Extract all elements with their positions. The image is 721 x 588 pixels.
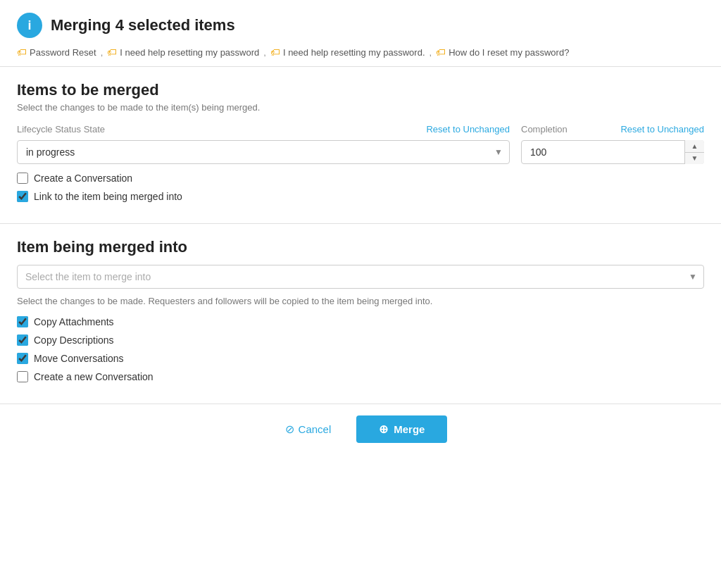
create-conversation-label[interactable]: Create a Conversation	[34, 173, 132, 184]
completion-input-wrapper: ▲ ▼	[521, 140, 704, 164]
copy-descriptions-label[interactable]: Copy Descriptions	[34, 334, 114, 346]
items-to-be-merged-section: Items to be merged Select the changes to…	[0, 67, 721, 224]
merged-into-help-text: Select the changes to be made. Requester…	[17, 296, 704, 306]
items-section-subtitle: Select the changes to be made to the ite…	[17, 102, 704, 113]
cancel-label: Cancel	[299, 423, 332, 435]
merge-icon: ⊕	[379, 423, 388, 436]
lifecycle-status-select[interactable]: in progress open closed resolved	[17, 140, 510, 164]
tag-item-1: 🏷 Password Reset	[17, 46, 96, 58]
tag-icon-3: 🏷	[270, 46, 280, 58]
footer-bar: ⊘ Cancel ⊕ Merge	[0, 404, 721, 454]
completion-spinner: ▲ ▼	[684, 140, 704, 164]
tag-icon-4: 🏷	[436, 46, 446, 58]
merged-into-section-title: Item being merged into	[17, 238, 704, 256]
create-new-conversation-row: Create a new Conversation	[17, 371, 704, 382]
merge-into-select-wrapper-outer: ▼ Select the item to merge into	[17, 265, 704, 289]
move-conversations-row: Move Conversations	[17, 353, 704, 364]
completion-input[interactable]	[521, 140, 704, 164]
tag-separator-3: ,	[430, 47, 432, 58]
page-container: i Merging 4 selected items 🏷 Password Re…	[0, 0, 721, 588]
completion-increment-button[interactable]: ▲	[685, 140, 704, 153]
merge-into-select-wrapper: ▼ Select the item to merge into	[17, 265, 704, 289]
copy-attachments-checkbox[interactable]	[17, 316, 28, 327]
create-new-conversation-checkbox[interactable]	[17, 371, 28, 382]
tag-separator-2: ,	[263, 47, 266, 58]
completion-label-row: Completion Reset to Unchanged	[521, 124, 704, 135]
tag-label-2: I need help resetting my password	[120, 47, 259, 58]
header-top: i Merging 4 selected items	[17, 13, 704, 38]
item-merged-into-section: Item being merged into ▼ Select the item…	[0, 224, 721, 404]
create-new-conversation-label[interactable]: Create a new Conversation	[34, 371, 153, 382]
tag-label-4: How do I reset my password?	[449, 47, 569, 58]
lifecycle-label: Lifecycle Status State	[17, 124, 105, 135]
create-conversation-row: Create a Conversation	[17, 173, 704, 184]
tag-icon-1: 🏷	[17, 46, 27, 58]
tag-label-1: Password Reset	[30, 47, 96, 58]
link-to-item-label[interactable]: Link to the item being merged into	[34, 191, 182, 202]
completion-field-group: Completion Reset to Unchanged ▲ ▼	[521, 124, 704, 164]
merge-into-select[interactable]	[17, 265, 704, 289]
copy-descriptions-row: Copy Descriptions	[17, 334, 704, 346]
merge-button[interactable]: ⊕ Merge	[356, 415, 447, 443]
header-section: i Merging 4 selected items 🏷 Password Re…	[0, 0, 721, 67]
merge-label: Merge	[394, 423, 425, 435]
items-section-title: Items to be merged	[17, 81, 704, 99]
move-conversations-checkbox[interactable]	[17, 353, 28, 364]
cancel-icon: ⊘	[285, 423, 294, 436]
move-conversations-label[interactable]: Move Conversations	[34, 353, 124, 364]
tag-item-2: 🏷 I need help resetting my password	[107, 46, 259, 58]
tag-label-3: I need help resetting my password.	[283, 47, 425, 58]
completion-label: Completion	[521, 124, 568, 135]
copy-attachments-row: Copy Attachments	[17, 316, 704, 327]
link-to-item-checkbox[interactable]	[17, 191, 28, 202]
lifecycle-completion-row: Lifecycle Status State Reset to Unchange…	[17, 124, 704, 164]
create-conversation-checkbox[interactable]	[17, 173, 28, 184]
tags-row: 🏷 Password Reset , 🏷 I need help resetti…	[17, 46, 704, 58]
page-title: Merging 4 selected items	[51, 16, 235, 35]
link-to-item-row: Link to the item being merged into	[17, 191, 704, 202]
lifecycle-label-row: Lifecycle Status State Reset to Unchange…	[17, 124, 510, 135]
tag-icon-2: 🏷	[107, 46, 117, 58]
tag-item-3: 🏷 I need help resetting my password.	[270, 46, 425, 58]
copy-descriptions-checkbox[interactable]	[17, 334, 28, 346]
lifecycle-field-group: Lifecycle Status State Reset to Unchange…	[17, 124, 510, 164]
info-icon: i	[17, 13, 42, 38]
completion-decrement-button[interactable]: ▼	[685, 153, 704, 165]
tag-separator-1: ,	[101, 47, 104, 58]
cancel-button[interactable]: ⊘ Cancel	[274, 417, 343, 442]
copy-attachments-label[interactable]: Copy Attachments	[34, 316, 114, 327]
lifecycle-select-wrapper: in progress open closed resolved ▼	[17, 140, 510, 164]
lifecycle-reset-link[interactable]: Reset to Unchanged	[426, 124, 510, 135]
completion-reset-link[interactable]: Reset to Unchanged	[620, 124, 704, 135]
tag-item-4: 🏷 How do I reset my password?	[436, 46, 569, 58]
